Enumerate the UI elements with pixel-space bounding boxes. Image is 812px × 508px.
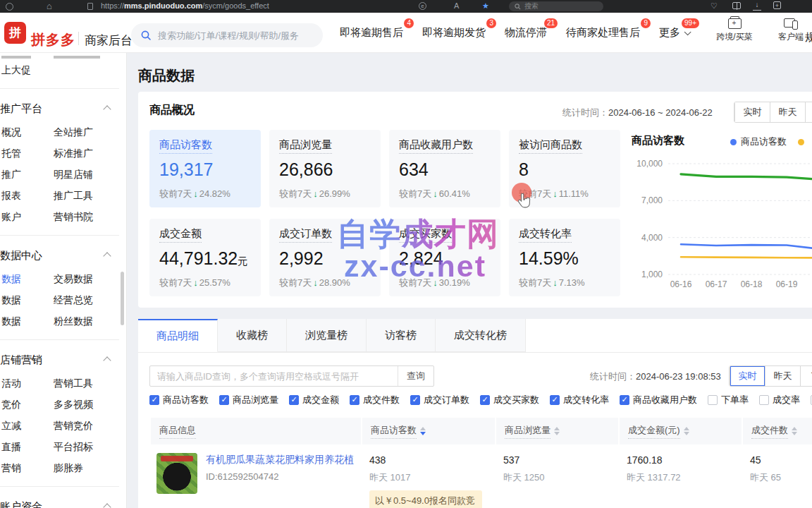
downloads-icon[interactable]: ↓ (753, 1, 761, 11)
sidebar-item-row[interactable]: 概况全站推广 (0, 122, 126, 143)
range-button[interactable]: 实时 (730, 366, 765, 386)
checkbox-icon[interactable] (219, 395, 229, 405)
header-nav-item[interactable]: 更多99+ (659, 26, 689, 40)
brand-name[interactable]: 拼多多 (31, 30, 75, 49)
column-checkbox[interactable]: 成交订单数 (410, 394, 469, 406)
sidebar-section-header[interactable]: 店铺营销 (0, 346, 126, 373)
sidebar-link[interactable]: 活动 (1, 377, 45, 390)
sidebar-link[interactable]: 经营总览 (54, 294, 93, 307)
line-chart-canvas[interactable]: 10,0007,0004,0001,00006-1606-1706-1806-1… (632, 152, 812, 294)
checkbox-icon[interactable] (149, 395, 159, 405)
sort-icon[interactable] (554, 427, 560, 435)
table-header-cell[interactable]: 商品信息 (149, 418, 361, 445)
sidebar-item-row[interactable]: 账户营销书院 (0, 207, 126, 228)
chevron-up-icon[interactable] (103, 252, 111, 260)
column-checkbox[interactable]: 商品访客数 (149, 394, 209, 406)
metric-card[interactable]: 商品收藏用户数 634 较前7天60.41% (389, 130, 500, 207)
product-id-input[interactable] (150, 371, 398, 382)
address-bar[interactable]: https://mms.pinduoduo.com/sycm/goods_eff… (101, 1, 269, 10)
checkbox-icon[interactable] (620, 395, 629, 405)
metric-card[interactable]: 成交买家数 2,824 较前7天30.19% (389, 219, 500, 296)
column-checkbox[interactable]: 商品收藏用户数 (620, 394, 697, 406)
column-checkbox[interactable]: 成交买家数 (480, 394, 539, 406)
legend-item[interactable]: 商品访客数 (730, 135, 787, 148)
sidebar-item-row[interactable]: 数据经营总览 (0, 290, 126, 311)
reload-icon[interactable] (6, 3, 13, 11)
sidebar-link[interactable]: 账户 (1, 211, 45, 224)
site-info-icon[interactable] (87, 3, 93, 10)
sidebar-item-row[interactable]: 托管标准推广 (0, 143, 126, 164)
range-button[interactable]: 昨天 (765, 366, 800, 386)
sidebar-item-row[interactable]: 立减营销竞价 (0, 416, 126, 437)
sidebar-item-row[interactable]: 数据交易数据 (0, 269, 126, 290)
sort-icon[interactable] (792, 427, 797, 435)
sidebar-link[interactable]: 膨胀券 (54, 462, 83, 475)
sidebar-item-row[interactable]: 推广明星店铺 (0, 164, 126, 186)
favorites-icon[interactable]: ♡ (710, 1, 720, 11)
chevron-up-icon[interactable] (103, 356, 111, 364)
chevron-up-icon[interactable] (103, 503, 111, 508)
crossborder-shortcut[interactable]: 跨境/买菜 (715, 18, 754, 43)
detail-tab[interactable]: 浏览量榜 (287, 319, 367, 352)
sidebar-item-row[interactable]: 竞价多多视频 (0, 394, 126, 416)
split-screen-icon[interactable] (732, 2, 741, 9)
sidebar-link[interactable]: 托管 (1, 147, 45, 160)
column-checkbox[interactable]: 商品浏览量 (219, 394, 278, 406)
range-button[interactable]: 7天 (805, 102, 812, 122)
sidebar-item-row[interactable]: 报表推广工具 (0, 186, 126, 207)
browser-search[interactable]: 搜索 (509, 1, 603, 11)
sidebar-link[interactable]: 营销书院 (54, 211, 93, 224)
checkbox-icon[interactable] (708, 395, 718, 405)
sidebar-link[interactable]: 推广工具 (54, 190, 93, 202)
checkbox-icon[interactable] (480, 395, 490, 405)
global-search-input[interactable] (156, 30, 304, 42)
sidebar-link[interactable]: 平台招标 (54, 441, 93, 454)
sidebar-link[interactable]: 竞价 (1, 399, 45, 411)
sidebar-link[interactable]: 粉丝数据 (54, 315, 93, 328)
query-button[interactable]: 查询 (398, 366, 433, 386)
column-checkbox[interactable]: 下单率 (708, 394, 749, 406)
home-icon[interactable]: ⌂ (47, 1, 52, 11)
sidebar-section-header[interactable]: 推广平台 (0, 95, 126, 122)
column-checkbox[interactable]: 成交率 (759, 394, 800, 406)
legend-item[interactable] (798, 139, 808, 145)
checkbox-icon[interactable] (350, 395, 359, 405)
chevron-up-icon[interactable] (103, 105, 111, 113)
product-thumbnail[interactable] (156, 453, 197, 494)
sidebar-link[interactable]: 营销竞价 (54, 420, 93, 433)
sidebar-section-header[interactable]: 数据中心 (0, 242, 126, 269)
header-nav-item[interactable]: 即将逾期售后4 (340, 26, 403, 40)
sidebar-link[interactable]: 全站推广 (54, 126, 93, 139)
sidebar-item-row[interactable]: 数据粉丝数据 (0, 311, 126, 332)
global-search[interactable] (131, 23, 323, 47)
sidebar-item-row[interactable]: 活动营销工具 (0, 373, 126, 394)
sidebar-link[interactable]: 推广 (1, 169, 45, 181)
sidebar-link[interactable]: 数据 (1, 315, 45, 328)
table-header-cell[interactable]: 成交件数 (742, 418, 812, 445)
profile-icon[interactable]: A (454, 1, 459, 10)
sidebar-item-row[interactable]: 上大促 (0, 60, 126, 81)
apps-icon[interactable]: + (773, 1, 781, 9)
table-header-cell[interactable]: 成交金额(元) (618, 418, 742, 445)
sidebar-link[interactable]: 标准推广 (54, 147, 93, 160)
bookmark-icon[interactable]: ★ (482, 1, 489, 11)
sidebar-link[interactable]: 营销 (1, 462, 45, 475)
sidebar-item-row[interactable]: 直播平台招标 (0, 437, 126, 458)
sidebar-link[interactable]: 营销工具 (54, 377, 93, 390)
checkbox-icon[interactable] (289, 395, 299, 405)
sort-icon[interactable] (684, 427, 689, 435)
sidebar-link[interactable]: 上大促 (1, 64, 45, 77)
sidebar-link[interactable]: 报表 (1, 190, 45, 202)
extension-icon[interactable]: e (419, 2, 426, 10)
sort-icon[interactable] (420, 427, 426, 435)
sidebar-link[interactable]: 多多视频 (54, 399, 93, 411)
detail-tab[interactable]: 成交转化榜 (436, 319, 526, 352)
metric-card[interactable]: 成交金额 44,791.32元 较前7天25.57% (149, 219, 261, 296)
metric-card[interactable]: 商品浏览量 26,866 较前7天26.99% (269, 130, 381, 207)
checkbox-icon[interactable] (759, 395, 769, 405)
sidebar-link[interactable]: 直播 (1, 441, 45, 454)
metric-card[interactable]: 成交转化率 14.59% 较前7天7.13% (509, 219, 620, 296)
header-nav-item[interactable]: 待商家处理售后9 (566, 26, 640, 40)
bid-promo-note[interactable]: 以￥0.5~49.0报名同款竞价 (369, 490, 482, 508)
range-button[interactable]: 7天 (800, 366, 812, 386)
